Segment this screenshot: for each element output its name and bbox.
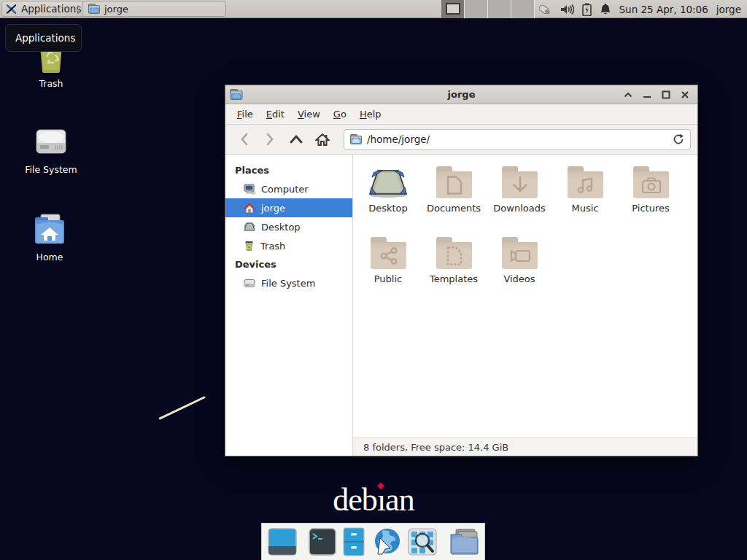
sidebar: Places Computer jorge [225, 155, 353, 456]
sidebar-item-label: Trash [260, 241, 285, 252]
sidebar-item-jorge[interactable]: jorge [225, 198, 352, 217]
desktop-icon-label: File System [16, 164, 86, 175]
statusbar-text: 8 folders, Free space: 14.4 GiB [363, 442, 508, 453]
applications-menu-button[interactable]: Applications [1, 1, 88, 17]
workspace-1[interactable] [441, 0, 465, 18]
bottom-dock [261, 523, 485, 560]
file-label: Desktop [368, 203, 408, 214]
panel-separator-handle[interactable] [77, 4, 80, 14]
debian-logo-i: ı [377, 482, 385, 518]
show-desktop-button[interactable] [268, 527, 297, 556]
desktop-mini-icon [244, 222, 255, 232]
show-desktop-icon [268, 527, 297, 556]
menu-go[interactable]: Go [327, 104, 353, 124]
file-label: Documents [427, 203, 481, 214]
menu-edit[interactable]: Edit [260, 104, 291, 124]
dock-folder-icon [449, 528, 479, 556]
desktop-icon-file-system[interactable]: File System [16, 122, 86, 175]
file-desktop[interactable]: Desktop [355, 163, 421, 234]
file-label: Pictures [632, 203, 669, 214]
sidebar-item-computer[interactable]: Computer [225, 179, 352, 198]
file-videos[interactable]: Videos [487, 234, 552, 305]
taskbar-window-button[interactable]: jorge [82, 1, 226, 17]
menu-view[interactable]: View [291, 104, 327, 124]
home-button[interactable] [310, 129, 335, 149]
battery-icon[interactable] [582, 3, 592, 16]
workspace-4[interactable] [511, 0, 535, 18]
file-documents[interactable]: Documents [421, 163, 487, 234]
shade-button[interactable] [620, 88, 636, 102]
panel-clock[interactable]: Sun 25 Apr, 10:06 [619, 4, 708, 15]
workspace-2[interactable] [465, 0, 488, 18]
file-label: Public [374, 273, 402, 284]
sidebar-item-label: Desktop [261, 222, 301, 233]
file-music[interactable]: Music [552, 163, 618, 234]
menu-file[interactable]: File [231, 104, 260, 124]
video-glyph-icon [509, 248, 531, 264]
sidebar-item-label: Computer [261, 184, 309, 195]
reload-icon[interactable] [673, 133, 684, 145]
drive-mini-icon [244, 279, 255, 288]
menubar: File Edit View Go Help [225, 104, 697, 125]
top-panel: Applications jorge [0, 0, 747, 18]
desktop-stroke-artifact [158, 396, 205, 420]
close-button[interactable] [677, 88, 693, 102]
window-titlebar[interactable]: jorge [225, 85, 697, 104]
sidebar-item-desktop[interactable]: Desktop [225, 217, 352, 236]
file-icon-view[interactable]: Desktop Documents [353, 155, 697, 438]
minimize-button[interactable] [639, 88, 655, 102]
file-downloads[interactable]: Downloads [487, 163, 552, 234]
music-glyph-icon [576, 176, 595, 195]
file-manager-launcher[interactable] [342, 527, 365, 556]
debian-logo-text: deb [333, 482, 377, 518]
file-label: Templates [430, 273, 478, 284]
toolbar: /home/jorge/ [225, 125, 697, 155]
volume-icon[interactable] [560, 4, 574, 15]
file-public[interactable]: Public [355, 234, 421, 305]
sidebar-header-places: Places [225, 161, 352, 179]
sidebar-item-file-system[interactable]: File System [225, 273, 352, 292]
trash-mini-icon [244, 241, 255, 252]
share-glyph-icon [379, 246, 398, 265]
workspace-3[interactable] [488, 0, 511, 18]
panel-username[interactable]: jorge [716, 4, 741, 15]
mouse-tray-icon[interactable] [536, 3, 552, 16]
up-button[interactable] [284, 129, 309, 149]
camera-glyph-icon [641, 176, 662, 194]
desktop-special-icon [367, 166, 409, 199]
notifications-bell-icon[interactable] [600, 3, 611, 15]
location-bar[interactable]: /home/jorge/ [344, 129, 691, 150]
terminal-launcher[interactable] [309, 528, 336, 556]
app-finder-icon [408, 527, 437, 556]
back-button[interactable] [231, 129, 256, 149]
panel-tray-area: Sun 25 Apr, 10:06 jorge [536, 0, 747, 18]
path-folder-icon [350, 134, 362, 144]
web-browser-icon [371, 526, 402, 557]
workspace-window-outline [446, 3, 460, 15]
desktop-icon-home[interactable]: Home [15, 210, 85, 262]
taskbar-window-label: jorge [104, 4, 128, 15]
path-input[interactable]: /home/jorge/ [367, 133, 668, 145]
applications-menu-icon [5, 3, 18, 15]
terminal-icon [309, 528, 336, 556]
file-pictures[interactable]: Pictures [618, 163, 684, 234]
file-label: Downloads [493, 203, 545, 214]
tooltip-text: Applications [15, 32, 75, 44]
file-templates[interactable]: Templates [421, 234, 487, 305]
applications-menu-label: Applications [21, 3, 81, 15]
download-glyph-icon [511, 176, 529, 195]
web-browser-launcher[interactable] [371, 526, 402, 557]
folder-launcher[interactable] [449, 528, 479, 556]
workspace-pager [441, 0, 535, 18]
computer-icon [244, 184, 255, 195]
menu-help[interactable]: Help [353, 104, 388, 124]
forward-button[interactable] [258, 129, 282, 149]
folder-icon [88, 4, 100, 14]
sidebar-item-trash[interactable]: Trash [225, 236, 352, 255]
file-label: Videos [503, 273, 535, 284]
maximize-button[interactable] [658, 88, 674, 102]
template-glyph-icon [446, 246, 462, 265]
app-finder-launcher[interactable] [408, 527, 437, 556]
debian-logo-text: an [385, 482, 414, 518]
hard-drive-icon [32, 122, 70, 160]
